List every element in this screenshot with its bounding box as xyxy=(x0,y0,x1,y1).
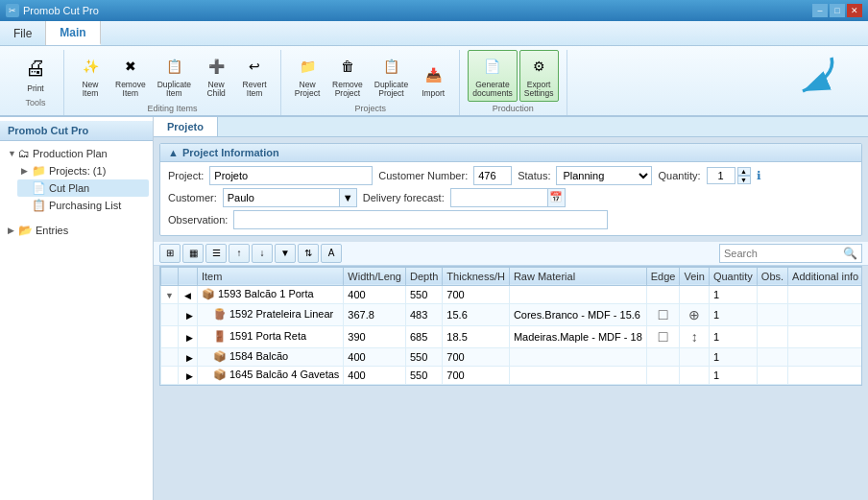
toolbar-icons: ⊞ ▦ ☰ ↑ ↓ ▼ ⇅ A xyxy=(159,244,342,263)
row-item-cell: 📦 1584 Balcão xyxy=(197,347,343,366)
status-label: Status: xyxy=(518,170,550,181)
table-row[interactable]: ▼ ◀ 📦 1593 Balcão 1 Porta 400 550 700 xyxy=(161,285,863,303)
toolbar-text-btn[interactable]: A xyxy=(321,244,342,263)
observation-label: Observation: xyxy=(168,214,228,226)
row-expand-cell xyxy=(161,366,179,384)
revert-item-button[interactable]: ↩ RevertItem xyxy=(236,50,273,102)
toolbar-table-btn[interactable]: ▦ xyxy=(182,244,204,263)
remove-item-button[interactable]: ✖ RemoveItem xyxy=(110,50,151,102)
table-row[interactable]: ▶ 🪵 1592 Prateleira Linear 367.8 483 15.… xyxy=(161,303,863,325)
search-input[interactable] xyxy=(724,248,839,259)
ribbon-group-production: 📄 Generatedocuments ⚙ ExportSettings Pro… xyxy=(460,50,567,115)
quantity-down-button[interactable]: ▼ xyxy=(737,176,751,184)
row-edge-cell xyxy=(646,285,680,303)
table-row[interactable]: ▶ 📦 1584 Balcão 400 550 700 1 xyxy=(161,347,863,366)
delivery-calendar-button[interactable]: 📅 xyxy=(547,189,565,206)
row-thickness-cell: 700 xyxy=(443,366,510,384)
row-depth-cell: 550 xyxy=(406,285,443,303)
expand-arrow-child[interactable]: ▶ xyxy=(186,311,193,321)
entries-icon: 📂 xyxy=(18,224,33,237)
row-expand-inner[interactable]: ◀ xyxy=(184,291,191,300)
production-plan-label: Production Plan xyxy=(33,148,108,159)
close-button[interactable]: ✕ xyxy=(847,4,862,17)
menu-bar: File Main xyxy=(0,21,868,46)
customer-dropdown-button[interactable]: ▼ xyxy=(339,189,356,206)
purchasing-list-label: Purchasing List xyxy=(49,200,121,211)
expand-arrow-production: ▼ xyxy=(8,149,15,158)
export-settings-button[interactable]: ⚙ ExportSettings xyxy=(519,50,559,102)
col-obs-header: Obs. xyxy=(757,267,787,285)
new-item-icon: ✨ xyxy=(77,53,104,80)
menu-tab-file[interactable]: File xyxy=(0,21,46,45)
row-additional-cell xyxy=(788,347,862,366)
entries-label: Entries xyxy=(36,225,68,236)
row-vein-cell xyxy=(680,366,709,384)
toolbar-down-btn[interactable]: ↓ xyxy=(252,244,273,263)
col-check xyxy=(178,267,197,285)
table-row[interactable]: ▶ 🚪 1591 Porta Reta 390 685 18.5 Madeira… xyxy=(161,325,863,347)
row-vein-cell: ⊕ xyxy=(680,303,709,325)
item-name: 1645 Balcão 4 Gavetas xyxy=(229,369,339,380)
row-qty-cell: 1 xyxy=(709,303,757,325)
import-button[interactable]: 📥 Import xyxy=(415,59,451,101)
sidebar-item-purchasing-list[interactable]: 📋 Purchasing List xyxy=(17,197,149,214)
main-area: Promob Cut Pro ▼ 🗂 Production Plan ▶ 📁 P… xyxy=(0,117,868,500)
import-icon: 📥 xyxy=(420,61,446,88)
row-additional-cell xyxy=(788,325,862,347)
col-qty-header: Quantity xyxy=(709,267,757,285)
new-item-button[interactable]: ✨ NewItem xyxy=(72,50,108,102)
toolbar-filter-btn[interactable]: ▼ xyxy=(275,244,296,263)
row-item-cell: 🪵 1592 Prateleira Linear xyxy=(197,303,343,325)
table-row[interactable]: ▶ 📦 1645 Balcão 4 Gavetas 400 550 700 1 xyxy=(161,366,863,384)
delivery-forecast-input[interactable] xyxy=(451,189,547,206)
sidebar-item-entries[interactable]: ▶ 📂 Entries xyxy=(4,222,149,239)
minimize-button[interactable]: – xyxy=(812,4,828,17)
quantity-input[interactable] xyxy=(707,167,735,184)
toolbar-up-btn[interactable]: ↑ xyxy=(229,244,250,263)
new-project-button[interactable]: 📁 NewProject xyxy=(289,50,326,102)
toolbar-view-btn[interactable]: ☰ xyxy=(205,244,227,263)
quantity-stepper[interactable]: ▲ ▼ xyxy=(707,167,751,184)
row-raw-cell: Cores.Branco - MDF - 15.6 xyxy=(509,303,646,325)
sidebar-item-production-plan[interactable]: ▼ 🗂 Production Plan xyxy=(4,145,149,162)
row-level-cell: ▶ xyxy=(178,366,197,384)
customer-input[interactable] xyxy=(224,189,339,206)
row-obs-cell xyxy=(757,325,787,347)
sidebar-item-projects[interactable]: ▶ 📁 Projects: (1) xyxy=(17,162,149,179)
search-icon: 🔍 xyxy=(843,247,857,260)
duplicate-project-button[interactable]: 📋 DuplicateProject xyxy=(370,50,413,102)
expand-arrow-child[interactable]: ▶ xyxy=(186,353,193,363)
remove-project-button[interactable]: 🗑 RemoveProject xyxy=(327,50,368,102)
row-expand-cell[interactable]: ▼ xyxy=(161,285,179,303)
sidebar-item-cut-plan[interactable]: 📄 Cut Plan xyxy=(17,179,149,197)
project-info-title: Project Information xyxy=(182,147,279,158)
toolbar-sort-btn[interactable]: ⇅ xyxy=(298,244,319,263)
project-input[interactable] xyxy=(209,166,373,185)
expand-arrow-child[interactable]: ▶ xyxy=(186,333,193,343)
data-table-container: Item Width/Leng Depth Thickness/H Raw Ma… xyxy=(159,266,862,386)
expand-arrow[interactable]: ▼ xyxy=(165,291,174,300)
data-table: Item Width/Leng Depth Thickness/H Raw Ma… xyxy=(160,267,862,385)
toolbar-grid-btn[interactable]: ⊞ xyxy=(159,244,181,263)
row-depth-cell: 550 xyxy=(406,347,443,366)
expand-arrow-child[interactable]: ▶ xyxy=(186,371,193,381)
item-icon: 📦 xyxy=(213,369,227,380)
observation-input[interactable] xyxy=(233,210,608,229)
status-select[interactable]: Planning In Progress Done xyxy=(556,166,652,185)
print-icon: 🖨 xyxy=(20,53,51,83)
production-plan-icon: 🗂 xyxy=(18,147,30,160)
projeto-tab[interactable]: Projeto xyxy=(154,117,218,136)
new-child-button[interactable]: ➕ NewChild xyxy=(198,50,234,102)
row-level-cell: ◀ xyxy=(178,285,197,303)
duplicate-item-button[interactable]: 📋 DuplicateItem xyxy=(153,50,196,102)
quantity-up-button[interactable]: ▲ xyxy=(737,167,751,176)
col-expand xyxy=(161,267,179,285)
customer-number-input[interactable] xyxy=(473,166,512,185)
print-button[interactable]: 🖨 Print xyxy=(15,50,56,96)
generate-docs-button[interactable]: 📄 Generatedocuments xyxy=(468,50,518,102)
maximize-button[interactable]: □ xyxy=(830,4,845,17)
row-edge-cell xyxy=(646,347,680,366)
cut-plan-icon: 📄 xyxy=(32,181,46,195)
collapse-icon[interactable]: ▲ xyxy=(168,147,179,158)
menu-tab-main[interactable]: Main xyxy=(46,21,100,45)
